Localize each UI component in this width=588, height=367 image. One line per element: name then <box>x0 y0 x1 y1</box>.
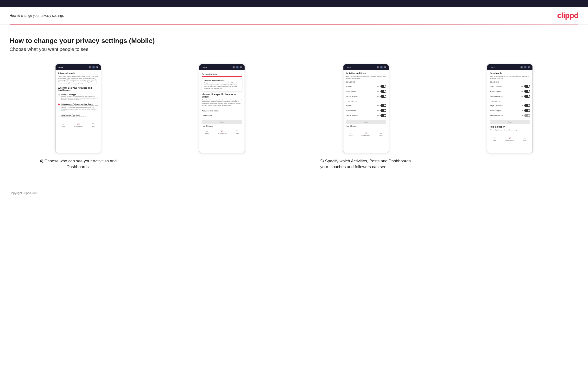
followers-drills-toggle[interactable] <box>380 109 386 112</box>
nav-performance-1[interactable]: 📈 My Performance <box>71 123 86 127</box>
save-button-4[interactable]: Save <box>490 120 530 124</box>
coaches-manual-label: Manual Activities <box>346 96 358 97</box>
popup-desc: Only you and the coaches you connect wit… <box>204 82 240 90</box>
followers-what-work-toggle[interactable] <box>524 114 530 117</box>
phone-mockup-2: ‹ Back 🔍 👤 ⚙ Privacy Controls <box>199 64 245 153</box>
nav-menu-4[interactable]: ☰ Menu <box>517 137 532 141</box>
coaches-manual-toggle[interactable] <box>380 95 386 98</box>
screenshot-group-2: ‹ Back 🔍 👤 ⚙ Privacy Controls <box>153 64 291 153</box>
who-can-see-label: Who Can See Your Activities and Dashboar… <box>58 87 98 92</box>
dashboards-row[interactable]: Dashboards › <box>202 113 242 118</box>
followers-rounds-on: ON <box>377 105 380 106</box>
save-button-2[interactable]: Save <box>202 120 242 124</box>
settings-icon-2[interactable]: ⚙ <box>240 66 242 68</box>
nav-menu-3[interactable]: ☰ Menu <box>373 132 389 136</box>
popup-title: Only You and Your Coach <box>204 80 240 81</box>
nav-home-label-3: Home <box>349 135 352 136</box>
header-icons-1: 🔍 👤 ⚙ <box>89 66 98 68</box>
followers-round-insights-toggle[interactable] <box>524 109 530 112</box>
section-title-1: Privacy Controls <box>58 72 98 75</box>
menu-icon-2: ☰ <box>236 130 238 132</box>
performance-icon-1: 📈 <box>77 123 80 125</box>
tab-privacy-controls[interactable]: Privacy Controls <box>202 72 217 76</box>
settings-icon-1[interactable]: ⚙ <box>96 66 98 68</box>
nav-performance-4[interactable]: 📈 My Performance <box>502 137 518 141</box>
coaches-label-4: COACHES <box>490 81 530 83</box>
followers-manual-on: ON <box>377 115 380 116</box>
nav-home-label-4: Home <box>493 140 496 141</box>
search-icon-2[interactable]: 🔍 <box>233 66 235 68</box>
option-everyone-desc: Everyone on Clippd can search for you an… <box>61 96 98 101</box>
nav-performance-3[interactable]: 📈 My Performance <box>358 132 373 136</box>
help-title-4: Help & Support <box>490 126 530 128</box>
user-icon-3[interactable]: 👤 <box>380 66 383 68</box>
coaches-drills-toggle[interactable] <box>380 90 386 93</box>
nav-home-3[interactable]: ⌂ Home <box>343 132 359 136</box>
tab-bar-2: Privacy Controls <box>202 72 242 77</box>
coaches-round-insights-row: Round Insights ON <box>490 89 530 94</box>
back-button-2[interactable]: ‹ Back <box>202 67 207 68</box>
radio-coach-only[interactable] <box>58 115 60 117</box>
screenshots-grid: ‹ Back 🔍 👤 ⚙ Privacy Controls Control ho… <box>10 64 578 170</box>
followers-label-3: FOLLOWERS <box>346 100 386 102</box>
followers-round-insights-row: Round Insights ON <box>490 108 530 113</box>
search-icon-3[interactable]: 🔍 <box>377 66 379 68</box>
back-button-1[interactable]: ‹ Back <box>58 67 63 68</box>
nav-menu-label-4: Menu <box>523 140 527 141</box>
bottom-nav-1: ⌂ Home 📈 My Performance ☰ Menu <box>56 121 101 128</box>
save-button-3[interactable]: Save <box>346 120 386 124</box>
user-icon-2[interactable]: 👤 <box>236 66 239 68</box>
coaches-player-toggle[interactable] <box>524 85 530 88</box>
nav-menu-1[interactable]: ☰ Menu <box>86 123 101 127</box>
search-icon-4[interactable]: 🔍 <box>520 66 523 68</box>
nav-home-label-2: Home <box>205 133 208 134</box>
option-everyone[interactable]: Everyone on Clippd Everyone on Clippd ca… <box>58 93 98 102</box>
coaches-manual-row: Manual Activities ON <box>346 94 386 99</box>
option-approved[interactable]: Only Approved Followers and Your Coach O… <box>58 102 98 113</box>
menu-icon-3: ☰ <box>380 132 382 134</box>
nav-menu-2[interactable]: ☰ Menu <box>230 130 245 134</box>
nav-home-4[interactable]: ⌂ Home <box>487 137 502 141</box>
home-icon-2: ⌂ <box>206 130 208 132</box>
coaches-round-insights-label: Round Insights <box>490 91 501 92</box>
performance-icon-2: 📈 <box>221 130 224 132</box>
coaches-player-label: Player Dashboard <box>490 85 503 87</box>
screenshot-group-4: ‹ Back 🔍 👤 ⚙ Dashboards Select the dashb… <box>441 64 578 153</box>
coaches-rounds-toggle[interactable] <box>380 85 386 88</box>
nav-home-2[interactable]: ⌂ Home <box>199 130 215 134</box>
followers-rounds-toggle[interactable] <box>380 104 386 107</box>
followers-player-toggle[interactable] <box>524 104 530 107</box>
followers-drills-row: Practice Drills ON <box>346 108 386 113</box>
caption-1: 4) Choose who can see your Activities an… <box>33 158 124 170</box>
settings-icon-4[interactable]: ⚙ <box>528 66 530 68</box>
page-subheading: Choose what you want people to see <box>10 47 578 52</box>
user-icon-4[interactable]: 👤 <box>524 66 527 68</box>
coaches-what-work-toggle[interactable] <box>524 95 530 98</box>
coaches-drills-label: Practice Drills <box>346 91 356 92</box>
nav-performance-2[interactable]: 📈 My Performance <box>215 130 230 134</box>
back-button-3[interactable]: ‹ Back <box>346 67 351 68</box>
settings-icon-3[interactable]: ⚙ <box>384 66 386 68</box>
coaches-round-insights-toggle[interactable] <box>524 90 530 93</box>
user-icon-1[interactable]: 👤 <box>92 66 95 68</box>
radio-everyone[interactable] <box>58 94 60 96</box>
followers-manual-toggle[interactable] <box>380 114 386 117</box>
page-heading: How to change your privacy settings (Mob… <box>10 37 578 45</box>
coaches-player-row: Player Dashboard ON <box>490 84 530 89</box>
search-icon-1[interactable]: 🔍 <box>89 66 91 68</box>
activities-posts-arrow: › <box>242 110 242 112</box>
phone-body-1: Privacy Controls Control how you and you… <box>56 70 101 121</box>
coaches-what-work-label: What To Work On <box>490 96 503 97</box>
radio-approved[interactable] <box>58 103 60 105</box>
screenshot-group-3: ‹ Back 🔍 👤 ⚙ Activities and Posts Select… <box>297 64 435 170</box>
nav-home-1[interactable]: ⌂ Home <box>56 123 71 127</box>
phone-header-2: ‹ Back 🔍 👤 ⚙ <box>199 64 245 70</box>
activities-posts-row[interactable]: Activities and Posts › <box>202 108 242 113</box>
phone-header-4: ‹ Back 🔍 👤 ⚙ <box>487 64 532 70</box>
back-label-4: Back <box>491 67 495 68</box>
phone-mockup-3: ‹ Back 🔍 👤 ⚙ Activities and Posts Select… <box>343 64 389 153</box>
performance-icon-3: 📈 <box>364 132 367 134</box>
back-button-4[interactable]: ‹ Back <box>490 67 495 68</box>
option-coach-only[interactable]: Only You and Your Coach Only you and the… <box>58 113 98 119</box>
followers-player-label: Player Dashboard <box>490 105 503 106</box>
